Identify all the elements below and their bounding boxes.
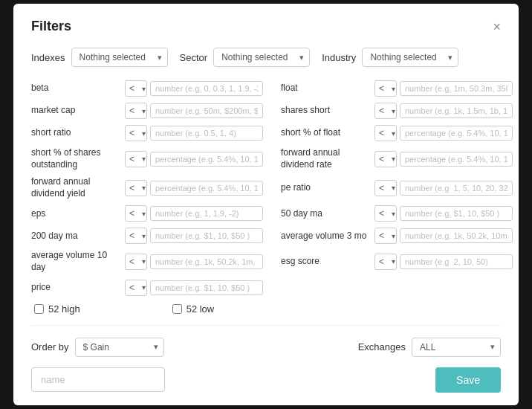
filter-input-esg_score[interactable]	[400, 254, 513, 269]
industry-filter-group: Industry Nothing selected	[322, 48, 458, 67]
op-wrapper-200_day_ma[interactable]: < > =	[125, 228, 147, 244]
filter-input-200_day_ma[interactable]	[150, 228, 263, 243]
op-wrapper-float[interactable]: < > =	[374, 80, 397, 97]
indexes-select[interactable]: Nothing selected	[71, 48, 168, 67]
filter-input-avg_vol_3mo[interactable]	[400, 228, 513, 243]
op-wrapper-esg_score[interactable]: < > =	[374, 254, 397, 270]
op-wrapper-short_ratio[interactable]: < > =	[125, 125, 147, 141]
op-wrapper-pe_ratio[interactable]: < > =	[374, 180, 397, 196]
52-high-label[interactable]: 52 high	[34, 303, 80, 315]
op-select-fwd_annual_div_yield[interactable]: < > =	[125, 180, 147, 196]
op-select-esg_score[interactable]: < > =	[374, 254, 397, 270]
op-select-short_pct_shares[interactable]: < > =	[125, 151, 147, 167]
filter-label-pe_ratio: pe ratio	[281, 182, 370, 194]
filter-label-fwd_annual_div_rate: forward annual dividend rate	[281, 147, 370, 170]
filter-input-50_day_ma[interactable]	[400, 206, 513, 221]
op-select-shares_short[interactable]: < > =	[374, 103, 397, 119]
filter-controls-avg_vol_10_day: < > =	[125, 254, 263, 270]
order-by-select[interactable]: $ Gain% GainVolumeMarket Cap	[75, 338, 164, 357]
filter-label-avg_vol_10_day: average volume 10 day	[31, 250, 120, 273]
filter-input-shares_short[interactable]	[400, 103, 513, 118]
op-wrapper-short_pct_float[interactable]: < > =	[374, 125, 397, 141]
sector-select-wrapper[interactable]: Nothing selected	[213, 48, 310, 67]
op-select-avg_vol_3mo[interactable]: < > =	[374, 228, 397, 244]
52-high-checkbox[interactable]	[34, 304, 44, 314]
indexes-label: Indexes	[31, 52, 65, 63]
name-input[interactable]	[31, 367, 165, 392]
filter-row-avg_vol_10_day: average volume 10 day < > =	[31, 250, 263, 273]
filter-label-price: price	[31, 282, 120, 294]
filter-label-float: float	[281, 83, 370, 94]
footer: Save	[31, 367, 501, 393]
close-button[interactable]: ×	[493, 20, 501, 33]
filter-input-float[interactable]	[400, 81, 513, 96]
filter-row-float: float < > =	[281, 80, 513, 97]
filter-controls-float: < > =	[374, 80, 513, 97]
filter-input-market_cap[interactable]	[150, 103, 263, 118]
filter-controls-fwd_annual_div_yield: < > =	[125, 180, 263, 196]
exchanges-select-wrapper[interactable]: ALLNYSENASDAQAMEX	[412, 338, 501, 357]
save-button[interactable]: Save	[435, 367, 501, 393]
filter-input-short_pct_shares[interactable]	[150, 152, 263, 167]
sector-select[interactable]: Nothing selected	[213, 48, 310, 67]
op-select-fwd_annual_div_rate[interactable]: < > =	[374, 151, 397, 167]
op-select-50_day_ma[interactable]: < > =	[374, 205, 397, 222]
filter-row-short_pct_float: short % of float < > =	[281, 125, 513, 141]
op-wrapper-price[interactable]: < > =	[125, 280, 147, 296]
filter-label-200_day_ma: 200 day ma	[31, 231, 120, 242]
filter-row-price: price < > =	[31, 280, 263, 296]
op-wrapper-fwd_annual_div_rate[interactable]: < > =	[374, 151, 397, 167]
filter-input-price[interactable]	[150, 280, 263, 295]
op-wrapper-market_cap[interactable]: < > =	[125, 103, 147, 119]
op-wrapper-shares_short[interactable]: < > =	[374, 103, 397, 119]
order-by-select-wrapper[interactable]: $ Gain% GainVolumeMarket Cap	[75, 338, 164, 357]
op-select-short_pct_float[interactable]: < > =	[374, 125, 397, 141]
exchanges-select[interactable]: ALLNYSENASDAQAMEX	[412, 338, 501, 357]
filter-row-avg_vol_3mo: average volume 3 mo < > =	[281, 228, 513, 244]
filter-input-fwd_annual_div_rate[interactable]	[400, 152, 513, 167]
industry-select-wrapper[interactable]: Nothing selected	[362, 48, 458, 67]
op-select-short_ratio[interactable]: < > =	[125, 125, 147, 141]
industry-select[interactable]: Nothing selected	[362, 48, 458, 67]
filter-input-pe_ratio[interactable]	[400, 181, 513, 196]
filter-input-short_ratio[interactable]	[150, 126, 263, 141]
filter-label-short_pct_float: short % of float	[281, 127, 370, 139]
op-wrapper-fwd_annual_div_yield[interactable]: < > =	[125, 180, 147, 196]
op-select-avg_vol_10_day[interactable]: < > =	[125, 254, 147, 270]
op-wrapper-50_day_ma[interactable]: < > =	[374, 205, 397, 222]
op-wrapper-avg_vol_3mo[interactable]: < > =	[374, 228, 397, 244]
order-by-group: Order by $ Gain% GainVolumeMarket Cap	[31, 338, 164, 357]
filter-controls-market_cap: < > =	[125, 103, 263, 119]
filter-controls-esg_score: < > =	[374, 254, 513, 270]
op-select-eps[interactable]: < > =	[125, 205, 147, 222]
filter-controls-eps: < > =	[125, 205, 263, 222]
filter-input-fwd_annual_div_yield[interactable]	[150, 181, 263, 196]
filter-row-short_pct_shares: short % of shares outstanding < > =	[31, 147, 263, 170]
52-low-label[interactable]: 52 low	[172, 303, 215, 315]
op-wrapper-avg_vol_10_day[interactable]: < > =	[125, 254, 147, 270]
filter-input-avg_vol_10_day[interactable]	[150, 254, 263, 269]
filter-input-beta[interactable]	[150, 81, 263, 96]
op-select-float[interactable]: < > =	[374, 80, 397, 97]
op-wrapper-eps[interactable]: < > =	[125, 205, 147, 222]
indexes-filter-group: Indexes Nothing selected	[31, 48, 168, 67]
op-select-price[interactable]: < > =	[125, 280, 147, 296]
modal-title: Filters	[31, 19, 71, 34]
filter-label-eps: eps	[31, 208, 120, 220]
filter-controls-200_day_ma: < > =	[125, 228, 263, 244]
op-select-200_day_ma[interactable]: < > =	[125, 228, 147, 244]
filter-row-beta: beta < > =	[31, 80, 263, 97]
op-wrapper-beta[interactable]: < > =	[125, 80, 147, 97]
op-select-beta[interactable]: < > =	[125, 80, 147, 97]
op-wrapper-short_pct_shares[interactable]: < > =	[125, 151, 147, 167]
filter-input-short_pct_float[interactable]	[400, 126, 513, 141]
op-select-market_cap[interactable]: < > =	[125, 103, 147, 119]
52-low-text: 52 low	[186, 303, 215, 315]
filters-modal: Filters × Indexes Nothing selected Secto…	[13, 4, 519, 405]
divider	[31, 325, 501, 326]
industry-label: Industry	[322, 52, 356, 63]
indexes-select-wrapper[interactable]: Nothing selected	[71, 48, 168, 67]
52-low-checkbox[interactable]	[172, 304, 182, 314]
filter-input-eps[interactable]	[150, 206, 263, 221]
op-select-pe_ratio[interactable]: < > =	[374, 180, 397, 196]
